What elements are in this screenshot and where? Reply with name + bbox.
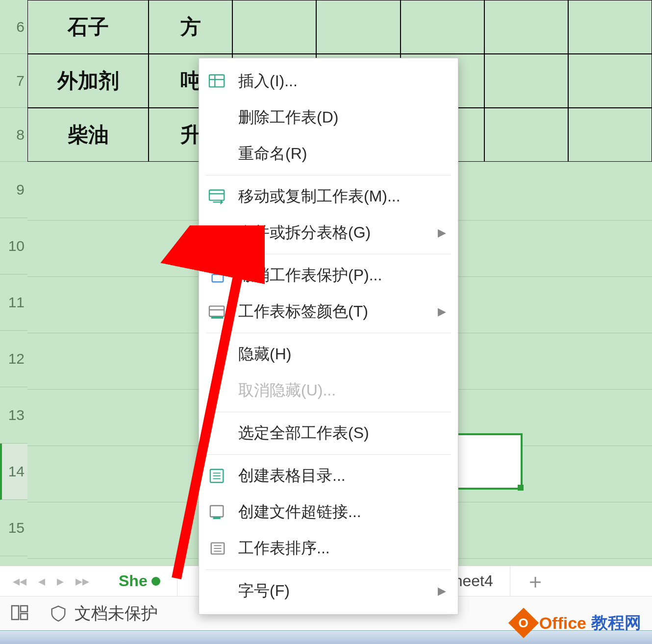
menu-sheet-sort-label: 工作表排序... (238, 538, 446, 559)
menu-font-size[interactable]: 字号(F) ▶ (199, 573, 458, 609)
tab-nav-next[interactable]: ▸ (57, 573, 64, 589)
menu-separator (206, 412, 451, 412)
sheet-sort-icon (206, 539, 229, 558)
chevron-right-icon: ▶ (438, 305, 446, 318)
cell-f6[interactable] (484, 0, 568, 54)
row-header-6[interactable]: 6 (0, 0, 27, 54)
tab-nav-last[interactable]: ▸▸ (75, 573, 89, 589)
menu-merge-split[interactable]: 合并或拆分表格(G) ▶ (199, 215, 458, 251)
shield-icon (49, 604, 68, 623)
svg-rect-3 (209, 190, 224, 200)
cell-g6[interactable] (568, 0, 652, 54)
tab-nav-prev[interactable]: ◂ (38, 573, 45, 589)
row-header-12[interactable]: 12 (0, 331, 27, 387)
sheet-tab-active-label: She (119, 572, 148, 590)
move-copy-icon (206, 187, 229, 206)
row-header-15[interactable]: 15 (0, 500, 27, 556)
svg-rect-23 (21, 614, 27, 619)
row-header-10[interactable]: 10 (0, 218, 27, 274)
tab-nav-first[interactable]: ◂◂ (13, 573, 26, 589)
add-sheet-button[interactable]: ＋ (510, 568, 560, 595)
menu-merge-split-label: 合并或拆分表格(G) (238, 222, 438, 244)
row-header-9[interactable]: 9 (0, 162, 27, 218)
menu-separator (206, 454, 451, 455)
tab-color-icon (206, 302, 229, 322)
cell-b6[interactable]: 方 (149, 0, 232, 54)
menu-separator (206, 570, 451, 570)
menu-hide-label: 隐藏(H) (238, 344, 446, 365)
blank-icon (206, 108, 229, 127)
watermark: O Office 教程网 (513, 612, 641, 634)
menu-delete-label: 删除工作表(D) (238, 107, 446, 128)
menu-select-all-sheets[interactable]: 选定全部工作表(S) (199, 415, 458, 451)
menu-unhide: 取消隐藏(U)... (199, 372, 458, 409)
menu-separator (206, 175, 451, 175)
sheet-tab-context-menu: 插入(I)... 删除工作表(D) 重命名(R) 移动或复制工作表(M)... … (199, 58, 458, 615)
sheet-tab-active[interactable]: She (102, 566, 177, 596)
row-header-7[interactable]: 7 (0, 54, 27, 108)
watermark-text-2: 教程网 (591, 612, 641, 634)
row-header-8[interactable]: 8 (0, 108, 27, 162)
menu-move-copy-label: 移动或复制工作表(M)... (238, 186, 446, 207)
blank-icon (206, 581, 229, 601)
menu-tab-color[interactable]: 工作表标签颜色(T) ▶ (199, 294, 458, 330)
cell-a6[interactable]: 石子 (27, 0, 149, 54)
status-doc-protection[interactable]: 文档未保护 (49, 602, 158, 625)
watermark-text-1: Office (539, 614, 586, 633)
cell-e6[interactable] (401, 0, 484, 54)
blank-icon (206, 381, 229, 400)
menu-tab-color-label: 工作表标签颜色(T) (238, 301, 438, 322)
watermark-logo-icon: O (508, 608, 539, 638)
menu-insert[interactable]: 插入(I)... (199, 63, 458, 99)
menu-select-all-label: 选定全部工作表(S) (238, 422, 446, 444)
status-doc-protection-label: 文档未保护 (75, 602, 158, 625)
cell-f7[interactable] (484, 54, 568, 108)
svg-rect-6 (209, 306, 224, 317)
svg-rect-13 (210, 506, 223, 517)
create-toc-icon (206, 466, 229, 486)
menu-create-toc-label: 创建表格目录... (238, 465, 446, 487)
menu-create-hyperlink-label: 创建文件超链接... (238, 501, 446, 523)
row-header-13[interactable]: 13 (0, 387, 27, 444)
menu-unprotect-sheet[interactable]: 撤消工作表保护(P)... (199, 257, 458, 294)
cell-a8[interactable]: 柴油 (27, 108, 149, 162)
menu-create-toc[interactable]: 创建表格目录... (199, 458, 458, 494)
menu-create-hyperlink[interactable]: 创建文件超链接... (199, 494, 458, 530)
chevron-right-icon: ▶ (438, 585, 446, 597)
layout-icon[interactable] (10, 603, 29, 624)
row-header-14[interactable]: 14 (0, 444, 27, 500)
blank-icon (206, 423, 229, 443)
cell-d6[interactable] (316, 0, 400, 54)
insert-sheet-icon (206, 72, 229, 91)
svg-rect-14 (213, 517, 221, 519)
menu-rename[interactable]: 重命名(R) (199, 136, 458, 172)
svg-rect-8 (211, 316, 224, 319)
lock-icon (206, 266, 229, 285)
blank-icon (206, 144, 229, 164)
menu-rename-label: 重命名(R) (238, 143, 446, 165)
menu-hide[interactable]: 隐藏(H) (199, 336, 458, 372)
blank-icon (206, 345, 229, 364)
cell-f8[interactable] (484, 108, 568, 162)
cell-a7[interactable]: 外加剂 (27, 54, 149, 108)
tab-nav-buttons: ◂◂ ◂ ▸ ▸▸ (0, 573, 102, 589)
row-header-gutter: 6 7 8 9 10 11 12 13 14 15 (0, 0, 27, 556)
menu-sheet-sort[interactable]: 工作表排序... (199, 530, 458, 567)
menu-font-size-label: 字号(F) (238, 580, 438, 602)
cell-c6[interactable] (232, 0, 316, 54)
row-header-11[interactable]: 11 (0, 274, 27, 331)
cell-g8[interactable] (568, 108, 652, 162)
sheet-tab-4-label: heet4 (454, 572, 493, 590)
svg-rect-0 (209, 75, 224, 87)
cell-g7[interactable] (568, 54, 652, 108)
svg-rect-21 (12, 606, 19, 619)
menu-separator (206, 254, 451, 254)
menu-unhide-label: 取消隐藏(U)... (238, 380, 446, 401)
menu-delete-sheet[interactable]: 删除工作表(D) (199, 99, 458, 136)
svg-rect-22 (21, 606, 27, 612)
menu-insert-label: 插入(I)... (238, 71, 446, 92)
menu-move-copy[interactable]: 移动或复制工作表(M)... (199, 178, 458, 215)
hyperlink-icon (206, 502, 229, 522)
svg-rect-5 (212, 274, 224, 282)
menu-separator (206, 333, 451, 333)
